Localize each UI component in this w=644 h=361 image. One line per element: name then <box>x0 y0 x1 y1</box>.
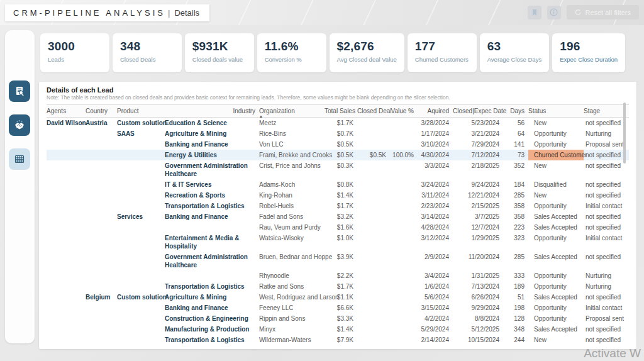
table-scrollbar[interactable] <box>623 103 626 164</box>
table-cell <box>47 139 86 142</box>
table-row[interactable]: Rhynoodle$2.2K3/4/20241/31/2025333Opport… <box>47 270 629 281</box>
table-row[interactable]: Rau, Veum and Purdy$1.6K4/28/202412/7/20… <box>47 222 629 233</box>
table-row[interactable]: SAASAgriculture & MiningRice-Bins$0.7K1/… <box>47 128 629 139</box>
table-cell: 2/23/2024 <box>418 201 453 211</box>
kpi-label: Closed deals value <box>192 56 247 63</box>
table-cell <box>86 201 117 203</box>
kpi-label: Leads <box>48 56 102 63</box>
table-cell: Von LLC <box>259 139 325 150</box>
table-cell <box>86 252 117 254</box>
table-cell: 1/6/2024 <box>418 281 453 292</box>
table-cell: $1.1K <box>325 292 357 303</box>
table-row[interactable]: Manufacturing & ProductionMinyx$1.4K5/29… <box>47 324 629 335</box>
table-cell: 128 <box>503 313 528 324</box>
table-cell: $4.5K <box>325 345 357 348</box>
column-header-stage[interactable]: Stage <box>584 105 624 117</box>
topbar-actions: Reset all filters <box>528 5 639 19</box>
kpi-card-1: 348Closed Deals <box>113 33 182 72</box>
table-row[interactable]: David WilsonAustriaCustom solutionEducat… <box>47 118 629 128</box>
sidebar-item-lead-report[interactable] <box>9 81 30 102</box>
sidebar-item-details-table[interactable] <box>9 148 30 170</box>
table-cell: SAAS <box>117 345 165 348</box>
column-header-organization[interactable]: Organization▲ <box>259 105 325 117</box>
kpi-card-4: $2,676Avg Closed deal Value <box>330 33 404 72</box>
column-header-industry[interactable]: Industry <box>165 105 259 117</box>
table-cell <box>390 118 418 120</box>
table-cell: Sales Accepted <box>528 222 584 233</box>
table-cell: Energy & Utilities <box>165 150 259 160</box>
table-cell: West, Rodriguez and Larson <box>259 292 325 303</box>
table-cell: 11/20/2024 <box>453 252 503 262</box>
table-cell <box>117 270 165 273</box>
table-cell: 184 <box>503 179 528 190</box>
table-row[interactable]: Transportation & LogisticsRatke and Sons… <box>47 281 629 292</box>
table-cell: Opportunity <box>528 128 584 139</box>
column-header-days[interactable]: Days <box>503 105 528 117</box>
table-row[interactable]: Transportation & LogisticsWilderman-Wate… <box>47 335 629 345</box>
table-row[interactable]: Recreation & SportsKing-Rohan$1.4K3/11/2… <box>47 190 629 201</box>
table-row[interactable]: Banking and FinanceVon LLC$0.5K3/10/2024… <box>47 139 629 150</box>
table-row[interactable]: ServicesBanking and FinanceFadel and Son… <box>47 211 629 222</box>
column-header-value-[interactable]: Value % <box>390 105 418 117</box>
kpi-card-2: $931KClosed deals value <box>185 33 254 72</box>
table-cell <box>357 233 390 235</box>
table-cell <box>357 345 390 348</box>
column-header-aquired[interactable]: Aquired <box>418 105 453 117</box>
table-cell <box>390 139 418 142</box>
table-row[interactable]: Construction & EngineeringRippin and Son… <box>47 313 629 324</box>
table-cell: 2/14/2024 <box>418 335 453 345</box>
table-cell <box>390 233 418 235</box>
kpi-value: 177 <box>415 40 469 53</box>
bookmark-button[interactable] <box>528 6 541 19</box>
info-button[interactable] <box>547 6 561 19</box>
table-cell <box>357 190 390 192</box>
table-cell: 1/17/2024 <box>418 128 453 139</box>
table-cell <box>47 313 86 316</box>
column-header-closed-deal[interactable]: Closed Deal <box>357 105 390 117</box>
table-cell <box>117 233 165 235</box>
table-row[interactable]: Government Administration HealthcareBrue… <box>47 252 629 270</box>
table-cell <box>47 201 86 203</box>
table-row[interactable]: Banking and FinanceFeeney LLC$6.6K3/15/2… <box>47 303 629 313</box>
table-cell: Education & Science <box>165 118 259 128</box>
table-cell: Minyx <box>259 324 325 335</box>
table-cell <box>390 179 418 182</box>
table-row[interactable]: IT & IT ServicesAdams-Koch$0.8K3/24/2024… <box>47 179 629 190</box>
reset-filters-button[interactable]: Reset all filters <box>567 5 639 19</box>
table-cell: $1.4K <box>325 190 357 201</box>
table-cell: $0.5K <box>357 150 390 160</box>
kpi-label: Average Close Days <box>487 56 541 63</box>
table-cell: King-Rohan <box>259 190 325 201</box>
table-cell: Transportation & Logistics <box>165 201 259 211</box>
table-row[interactable]: SAASBanking and FinanceMueller-Doyle$4.5… <box>47 345 629 348</box>
table-cell <box>86 222 117 225</box>
column-header-closed-expec-date[interactable]: Closed|Expec Date <box>453 105 503 117</box>
activation-watermark: Activate W <box>584 347 641 360</box>
column-header-country[interactable]: Country <box>86 105 117 117</box>
table-cell: Services <box>117 211 165 222</box>
table-cell: Initial contact <box>584 303 624 313</box>
table-cell: not specified <box>584 335 624 345</box>
table-row[interactable]: Transportation & LogisticsRobel-Huels$1.… <box>47 201 629 211</box>
column-header-product[interactable]: Product <box>117 105 165 117</box>
table-cell: 3/3/2024 <box>418 160 453 171</box>
table-cell: Initial contact <box>584 233 624 243</box>
kpi-value: 348 <box>120 40 174 53</box>
table-cell: 3/7/2025 <box>453 211 503 222</box>
table-row[interactable]: Entertainment & Media & HospitalityWatsi… <box>47 233 629 252</box>
column-header-total-sales[interactable]: Total Sales <box>325 105 357 117</box>
table-cell: 3/15/2024 <box>418 303 453 313</box>
table-row[interactable]: Energy & UtilitiesFrami, Brekke and Croo… <box>47 150 629 160</box>
kpi-card-6: 63Average Close Days <box>480 33 549 72</box>
table-cell <box>47 345 86 348</box>
table-row[interactable]: BelgiumCustom solutionAgriculture & Mini… <box>47 292 629 303</box>
sidebar-item-deals[interactable] <box>9 114 30 136</box>
table-row[interactable]: Government Administration HealthcareCris… <box>47 160 629 179</box>
table-cell: New <box>528 160 584 171</box>
table-cell <box>117 150 165 152</box>
column-header-agents[interactable]: Agents <box>47 105 86 117</box>
table-cell: 2/18/2025 <box>453 160 503 171</box>
column-header-status[interactable]: Status <box>528 105 584 117</box>
table-cell: Opportunity <box>528 313 584 324</box>
table-cell <box>86 139 117 142</box>
